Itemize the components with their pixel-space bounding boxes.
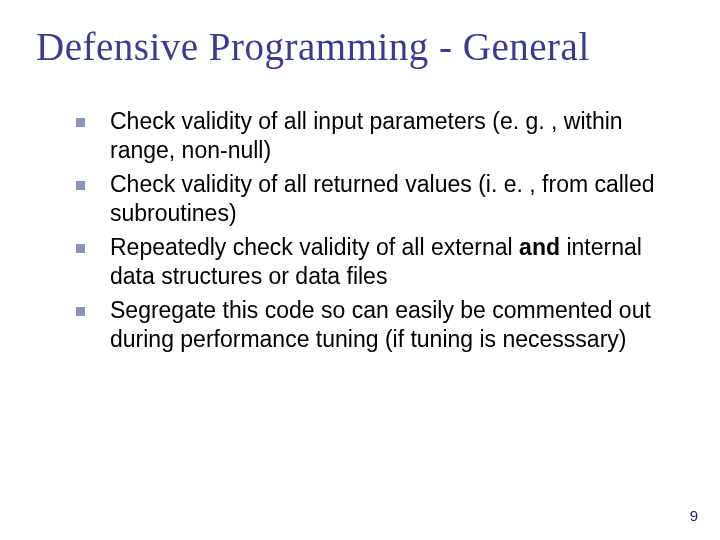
page-number: 9	[690, 507, 698, 524]
slide: Defensive Programming - General Check va…	[0, 0, 720, 540]
list-item: Check validity of all input parameters (…	[76, 107, 684, 166]
bullet-square-icon	[76, 244, 85, 253]
bullet-square-icon	[76, 307, 85, 316]
bullet-text-pre: Check validity of all input parameters (…	[110, 108, 623, 163]
bullet-text-bold: and	[519, 234, 560, 260]
bullet-text-pre: Repeatedly check validity of all externa…	[110, 234, 519, 260]
bullet-text-pre: Segregate this code so can easily be com…	[110, 297, 651, 352]
slide-title: Defensive Programming - General	[36, 24, 684, 69]
bullet-text-pre: Check validity of all returned values (i…	[110, 171, 655, 226]
bullet-square-icon	[76, 118, 85, 127]
list-item: Check validity of all returned values (i…	[76, 170, 684, 229]
bullet-square-icon	[76, 181, 85, 190]
list-item: Repeatedly check validity of all externa…	[76, 233, 684, 292]
list-item: Segregate this code so can easily be com…	[76, 296, 684, 355]
bullet-list: Check validity of all input parameters (…	[36, 107, 684, 355]
